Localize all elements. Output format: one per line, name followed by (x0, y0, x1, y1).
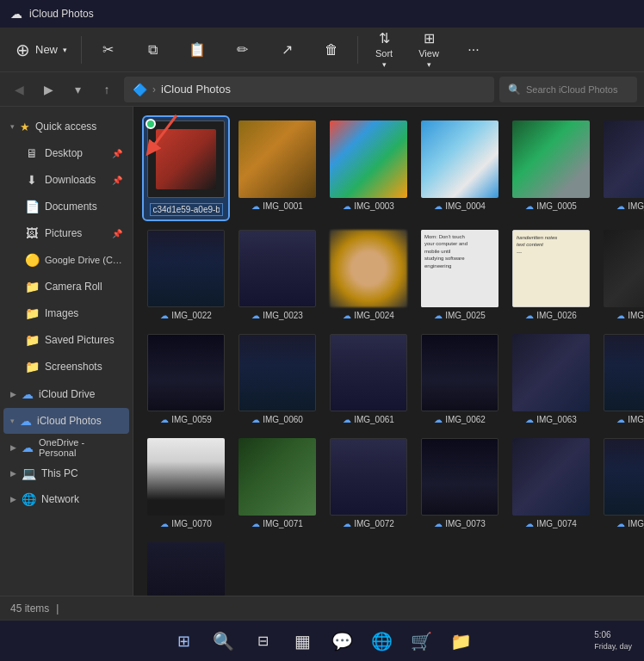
up-button[interactable]: ↑ (95, 77, 119, 102)
file-item-img0005[interactable]: ☁IMG_0005 (509, 117, 593, 219)
view-button[interactable]: ⊞ View ▾ (408, 31, 449, 69)
onedrive-header[interactable]: ▶ ☁ OneDrive - Personal (3, 435, 129, 460)
explorer-taskbar-button[interactable]: 📁 (442, 622, 480, 660)
status-bar: 45 items | (0, 596, 644, 620)
sort-icon: ⇅ (379, 30, 390, 46)
icloud-drive-header[interactable]: ▶ ☁ iCloud Drive (3, 381, 129, 407)
file-thumbnail-img0071 (238, 438, 316, 516)
delete-button[interactable]: 🗑 (311, 31, 352, 69)
taskbar: ⊞ 🔍 ⊟ ▦ 💬 🌐 🛒 📁 5:06 Friday, day (0, 620, 644, 661)
file-item-img0022[interactable]: ☁IMG_0022 (144, 226, 228, 324)
recent-locations-button[interactable]: ▾ (65, 77, 90, 102)
file-thumbnail-img0024 (330, 230, 407, 307)
file-item-img0073[interactable]: ☁IMG_0073 (418, 435, 502, 532)
file-item-img0001[interactable]: ☁IMG_0001 (235, 117, 319, 219)
sidebar-item-pictures[interactable]: 🖼 Pictures 📌 (3, 220, 129, 246)
file-item-img0075[interactable]: ☁IMG_0075 (600, 435, 644, 532)
file-name-img0063: ☁IMG_0063 (525, 415, 577, 424)
file-item-img0071[interactable]: ☁IMG_0071 (235, 435, 319, 532)
teams-icon: 💬 (331, 631, 353, 652)
copy-button[interactable]: ⧉ (132, 31, 173, 69)
item-count: 45 items (10, 602, 49, 615)
file-item-img0063[interactable]: ☁IMG_0063 (509, 330, 593, 428)
address-path[interactable]: 🔷 › iCloud Photos (124, 77, 494, 102)
file-item-img0004[interactable]: ☁IMG_0004 (418, 117, 502, 219)
taskbar-right: 5:06 Friday, day (589, 626, 637, 656)
file-name-img0023: ☁IMG_0023 (251, 311, 303, 320)
search-taskbar-button[interactable]: 🔍 (204, 622, 242, 660)
file-item-img0074[interactable]: ☁IMG_0074 (509, 435, 593, 532)
cut-button[interactable]: ✂ (87, 31, 128, 69)
store-button[interactable]: 🛒 (402, 622, 440, 660)
sidebar-item-downloads[interactable]: ⬇ Downloads 📌 (3, 167, 129, 193)
copy-icon: ⧉ (148, 42, 158, 58)
sidebar-item-desktop[interactable]: 🖥 Desktop 📌 (3, 140, 129, 166)
this-pc-header[interactable]: ▶ 💻 This PC (3, 460, 129, 486)
more-options-button[interactable]: ··· (453, 31, 494, 69)
file-item-img0059[interactable]: ☁IMG_0059 (144, 330, 228, 428)
start-button[interactable]: ⊞ (164, 622, 202, 660)
file-content-area: ☁IMG_0001☁IMG_0003☁IMG_0004☁IMG_0005☁IMG… (133, 107, 644, 596)
file-item-rename[interactable] (144, 117, 228, 219)
file-name-text: IMG_0024 (354, 311, 394, 320)
icloud-photos-header[interactable]: ▾ ☁ iCloud Photos (3, 408, 129, 434)
rename-button[interactable]: ✏ (221, 31, 263, 69)
cloud-sync-icon: ☁ (525, 519, 534, 528)
sidebar-item-documents[interactable]: 📄 Documents (3, 194, 129, 219)
file-item-img0026[interactable]: handwritten notestext content---☁IMG_002… (509, 226, 593, 324)
taskbar-time: 5:06 Friday, day (589, 626, 637, 656)
file-item-img0024[interactable]: ☁IMG_0024 (326, 226, 411, 324)
new-button[interactable]: ⊕ New ▾ (7, 31, 76, 69)
rename-dot-icon (146, 119, 156, 129)
file-thumbnail-img0072 (330, 438, 407, 516)
widgets-icon: ▦ (294, 631, 311, 652)
file-item-img0064[interactable]: ☁IMG_0064 (600, 330, 644, 428)
taskview-button[interactable]: ⊟ (244, 622, 282, 660)
file-name-text: IMG_0075 (628, 519, 644, 528)
file-thumbnail-img0074 (512, 438, 590, 516)
paste-button[interactable]: 📋 (176, 31, 218, 69)
file-name-text: IMG_0059 (171, 415, 212, 424)
view-label: View (418, 48, 439, 59)
file-name-text: IMG_0061 (354, 415, 394, 424)
view-chevron-icon: ▾ (427, 60, 431, 69)
file-grid: ☁IMG_0001☁IMG_0003☁IMG_0004☁IMG_0005☁IMG… (140, 114, 637, 596)
file-name-img0026: ☁IMG_0026 (525, 311, 577, 320)
sidebar-item-camera-roll[interactable]: 📁 Camera Roll (3, 274, 129, 300)
file-item-img0072[interactable]: ☁IMG_0072 (326, 435, 411, 532)
sidebar-item-google-drive[interactable]: 🟡 Google Drive (C… (3, 247, 129, 273)
cloud-sync-icon: ☁ (525, 311, 534, 320)
search-box[interactable]: 🔍 Search iCloud Photos (499, 77, 637, 102)
forward-button[interactable]: ▶ (36, 77, 60, 102)
file-item-img0062[interactable]: ☁IMG_0062 (418, 330, 502, 428)
share-button[interactable]: ↗ (266, 31, 307, 69)
file-item-img0025[interactable]: Mom: Don't touchyour computer andmobile … (418, 226, 502, 324)
widgets-button[interactable]: ▦ (283, 622, 321, 660)
sidebar-item-saved-pictures[interactable]: 📁 Saved Pictures (3, 327, 129, 353)
file-item-img0006[interactable]: ☁IMG_0006 (600, 117, 644, 219)
onedrive-expand-icon: ▶ (10, 443, 16, 452)
quick-access-group: ▾ ★ Quick access 🖥 Desktop 📌 ⬇ Downloads… (0, 114, 133, 380)
file-item-img0070[interactable]: ☁IMG_0070 (144, 435, 228, 532)
sidebar-item-screenshots[interactable]: 📁 Screenshots (3, 354, 129, 380)
rename-input-field[interactable] (150, 203, 223, 216)
back-button[interactable]: ◀ (7, 77, 31, 102)
sidebar: ▾ ★ Quick access 🖥 Desktop 📌 ⬇ Downloads… (0, 107, 133, 596)
file-name-text: IMG_0063 (536, 415, 577, 424)
teams-button[interactable]: 💬 (323, 622, 361, 660)
file-thumbnail-img0004 (421, 120, 498, 198)
sort-button[interactable]: ⇅ Sort ▾ (363, 31, 405, 69)
cloud-sync-icon: ☁ (251, 519, 260, 528)
edge-button[interactable]: 🌐 (362, 622, 400, 660)
file-item-img0076[interactable]: ☁IMG_0076 (144, 539, 228, 596)
file-item-img0003[interactable]: ☁IMG_0003 (326, 117, 411, 219)
sidebar-item-images[interactable]: 📁 Images (3, 300, 129, 326)
file-item-img0060[interactable]: ☁IMG_0060 (235, 330, 319, 428)
file-name-text: IMG_0073 (445, 519, 486, 528)
file-item-img0027[interactable]: ☁IMG_0027 (600, 226, 644, 324)
network-header[interactable]: ▶ 🌐 Network (3, 486, 129, 512)
file-thumbnail-img0060 (238, 334, 316, 411)
file-item-img0061[interactable]: ☁IMG_0061 (326, 330, 411, 428)
file-item-img0023[interactable]: ☁IMG_0023 (235, 226, 319, 324)
quick-access-header[interactable]: ▾ ★ Quick access (3, 114, 129, 139)
